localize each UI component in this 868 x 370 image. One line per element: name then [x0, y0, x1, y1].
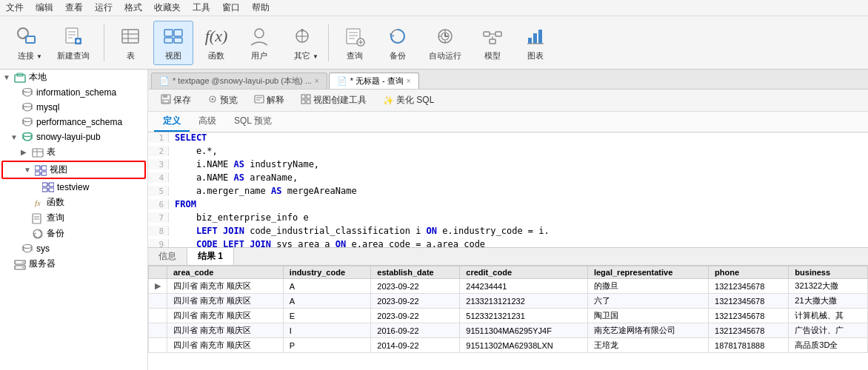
sql-line-8: 8 LEFT JOIN code_industrial_classificati… — [148, 226, 868, 239]
local-label: 本地 — [29, 71, 47, 84]
connect-arrow: ▼ — [36, 53, 42, 60]
query-label: 查询 — [347, 50, 363, 61]
sidebar-item-sys[interactable]: sys — [0, 241, 147, 256]
beautify-sql-button[interactable]: ✨ 美化 SQL — [376, 92, 441, 109]
sub-tab-definition[interactable]: 定义 — [154, 112, 190, 132]
backup-icon-side — [31, 228, 44, 240]
user-button[interactable]: 用户 — [239, 21, 279, 65]
sidebar-item-tables[interactable]: ▶ 表 — [0, 144, 147, 160]
snowy-label: snowy-layui-pub — [36, 132, 101, 142]
local-arrow: ▼ — [3, 73, 13, 81]
preview-button[interactable]: 预览 — [201, 92, 244, 109]
view-creator-button[interactable]: 视图创建工具 — [294, 92, 373, 109]
col-header-business[interactable]: business — [789, 266, 868, 279]
sidebar-item-snowy[interactable]: ▼ snowy-layui-pub — [0, 130, 147, 144]
user-icon — [247, 24, 271, 48]
function-button[interactable]: f(x) 函数 — [196, 21, 236, 65]
bottom-tabs: 信息 结果 1 — [148, 248, 868, 266]
save-button-editor[interactable]: 保存 — [154, 92, 198, 109]
col-header-indicator — [149, 266, 167, 279]
perf-schema-label: performance_schema — [36, 117, 122, 127]
main-toolbar: 连接 ▼ 新建查询 表 视图 f(x) 函数 用户 其它 — [0, 16, 868, 70]
svg-rect-36 — [484, 32, 490, 36]
svg-point-50 — [23, 104, 32, 107]
col-header-industry-code[interactable]: industry_code — [283, 266, 370, 279]
col-header-area-code[interactable]: area_code — [167, 266, 284, 279]
bottom-tab-info[interactable]: 信息 — [148, 248, 187, 265]
tab-bar: 📄 * textpage @snowy-layui-pub (本地) ... ×… — [148, 70, 868, 90]
sidebar-item-backups[interactable]: 备份 — [0, 226, 147, 241]
other-button[interactable]: 其它 ▼ — [282, 21, 322, 65]
tab-untitled-close[interactable]: × — [407, 77, 411, 85]
server-label: 服务器 — [29, 258, 56, 270]
auto-run-icon — [433, 24, 457, 48]
svg-rect-64 — [35, 172, 40, 175]
svg-point-56 — [23, 133, 32, 137]
tab-untitled[interactable]: 📄 * 无标题 - 查询 × — [329, 73, 419, 89]
func-icon: fx — [31, 197, 44, 209]
sql-line-1: 1 SELECT — [148, 132, 868, 146]
menubar: 文件 编辑 查看 运行 格式 收藏夹 工具 窗口 帮助 — [0, 0, 868, 16]
svg-rect-17 — [174, 38, 182, 43]
preview-label: 预览 — [220, 94, 238, 107]
sub-tab-advanced[interactable]: 高级 — [190, 112, 225, 132]
menu-edit[interactable]: 编辑 — [36, 1, 53, 14]
query-button[interactable]: 查询 — [335, 21, 375, 65]
beautify-sql-icon: ✨ — [383, 95, 394, 106]
beautify-sql-label: 美化 SQL — [396, 94, 434, 107]
sidebar-item-testview[interactable]: testview — [0, 180, 147, 195]
sidebar-item-mysql[interactable]: mysql — [0, 100, 147, 115]
tab-untitled-label: * 无标题 - 查询 — [350, 75, 404, 87]
sidebar-item-server[interactable]: 服务器 — [0, 256, 147, 272]
sidebar-item-queries[interactable]: 查询 — [0, 210, 147, 226]
db-icon-sys — [21, 243, 34, 255]
svg-rect-38 — [490, 39, 495, 44]
sidebar-item-local[interactable]: ▼ 本地 — [0, 70, 147, 85]
function-icon: f(x) — [204, 24, 228, 48]
svg-point-22 — [301, 29, 304, 32]
svg-rect-92 — [307, 100, 310, 104]
col-header-legal-rep[interactable]: legal_representative — [587, 266, 708, 279]
sidebar-item-views[interactable]: ▼ 视图 — [1, 161, 146, 179]
sidebar-item-information-schema[interactable]: information_schema — [0, 85, 147, 100]
table-button[interactable]: 表 — [110, 21, 150, 65]
svg-point-47 — [23, 89, 32, 92]
backup-button[interactable]: 备份 — [378, 21, 418, 65]
sub-tab-sql-preview[interactable]: SQL 预览 — [225, 112, 281, 132]
main-layout: ▼ 本地 information_schema mysql — [0, 70, 868, 370]
new-query-button[interactable]: 新建查询 — [49, 21, 98, 65]
svg-point-85 — [212, 98, 214, 101]
view-button[interactable]: 视图 — [153, 21, 193, 65]
results-table-wrap[interactable]: area_code industry_code establish_date c… — [148, 266, 868, 366]
chart-label: 图表 — [527, 50, 544, 61]
menu-window[interactable]: 窗口 — [222, 1, 240, 14]
auto-run-button[interactable]: 自动运行 — [421, 21, 470, 65]
tab-textpage-close[interactable]: × — [315, 77, 319, 85]
menu-favorites[interactable]: 收藏夹 — [154, 1, 181, 14]
explain-label: 解释 — [267, 94, 284, 107]
menu-format[interactable]: 格式 — [124, 1, 142, 14]
model-button[interactable]: 模型 — [473, 21, 513, 65]
col-header-credit-code[interactable]: credit_code — [460, 266, 588, 279]
tab-textpage-label: * textpage @snowy-layui-pub (本地) ... — [173, 75, 312, 87]
menu-view[interactable]: 查看 — [65, 1, 83, 14]
chart-button[interactable]: 图表 — [515, 21, 555, 65]
tab-textpage[interactable]: 📄 * textpage @snowy-layui-pub (本地) ... × — [151, 73, 327, 89]
save-label: 保存 — [173, 94, 191, 107]
table-label: 表 — [127, 50, 135, 61]
sql-editor[interactable]: 1 SELECT 2 e.*, 3 i.NAME AS industryName… — [148, 132, 868, 247]
connect-button[interactable]: 连接 ▼ — [6, 21, 46, 65]
explain-button[interactable]: 解释 — [247, 92, 291, 109]
col-header-phone[interactable]: phone — [709, 266, 789, 279]
other-arrow: ▼ — [313, 53, 318, 60]
menu-help[interactable]: 帮助 — [252, 1, 270, 14]
col-header-establish-date[interactable]: establish_date — [371, 266, 460, 279]
sidebar-item-functions[interactable]: fx 函数 — [0, 195, 147, 210]
menu-run[interactable]: 运行 — [95, 1, 113, 14]
sidebar-item-performance-schema[interactable]: performance_schema — [0, 115, 147, 130]
bottom-tab-results[interactable]: 结果 1 — [187, 248, 234, 265]
menu-tools[interactable]: 工具 — [193, 1, 210, 14]
svg-rect-86 — [255, 95, 264, 103]
svg-rect-59 — [33, 149, 43, 157]
menu-file[interactable]: 文件 — [6, 1, 24, 14]
